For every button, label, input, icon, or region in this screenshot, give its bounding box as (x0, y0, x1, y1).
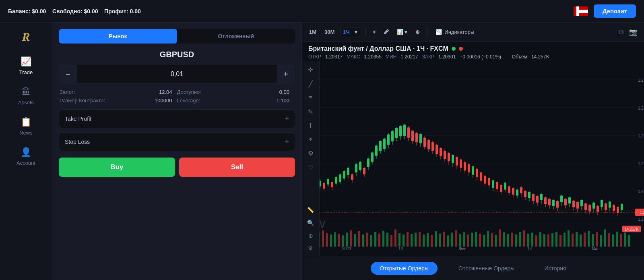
quantity-increase-button[interactable]: + (277, 65, 295, 83)
svg-rect-39 (398, 233, 400, 247)
svg-rect-240 (588, 205, 591, 212)
horizontal-line-tool[interactable]: ≡ (307, 93, 314, 103)
svg-rect-86 (588, 231, 590, 247)
tab-market[interactable]: Рынок (59, 29, 177, 44)
tf-30m-button[interactable]: 30М (322, 27, 337, 37)
tab-pending-orders[interactable]: Отложенные Ордеры (450, 262, 523, 275)
svg-text:1.25000: 1.25000 (638, 77, 644, 83)
svg-rect-33 (374, 232, 376, 247)
main-layout: R 📈 Trade 🏛 Assets 📋 News 👤 Account Рыно… (0, 23, 644, 280)
zoom-tool[interactable]: 🔍 (305, 218, 316, 228)
tf-expand-button[interactable]: ▾ (352, 27, 360, 37)
deposit-button[interactable]: Депозит (594, 4, 636, 18)
external-link-icon[interactable]: ⧉ (617, 27, 625, 38)
tf-1h-button[interactable]: 1Ч (341, 27, 352, 37)
available-row: Доступно: 0.00 (177, 89, 295, 95)
svg-rect-82 (572, 234, 574, 247)
svg-rect-79 (559, 235, 561, 247)
shape-tool[interactable]: ⌖ (307, 134, 314, 145)
svg-rect-108 (323, 183, 325, 189)
heart-tool[interactable]: ♡ (306, 162, 315, 173)
svg-rect-50 (443, 232, 445, 247)
svg-rect-54 (459, 234, 461, 247)
svg-rect-136 (379, 141, 382, 151)
indicators-button[interactable]: 📉 Индикаторы (432, 27, 477, 37)
svg-rect-150 (407, 127, 410, 137)
tf-1m-button[interactable]: 1М (307, 27, 319, 37)
svg-rect-244 (597, 206, 599, 212)
low-value: 1.20217 (400, 54, 418, 60)
svg-rect-74 (539, 232, 541, 247)
tab-history[interactable]: История (535, 262, 575, 275)
add-button[interactable]: ⊕ (413, 27, 422, 37)
svg-rect-204 (516, 190, 518, 196)
svg-rect-84 (580, 234, 582, 247)
quantity-decrease-button[interactable]: − (59, 65, 77, 83)
svg-rect-70 (523, 230, 525, 247)
sidebar-item-label-assets: Assets (18, 100, 34, 106)
chart-ohlc: ОТКР 1.20317 МАКС 1.20355 МИН 1.20217 ЗА… (308, 54, 638, 60)
svg-rect-63 (495, 235, 497, 247)
quantity-input[interactable] (77, 71, 277, 78)
svg-rect-116 (339, 174, 341, 182)
top-bar-right: Депозит (574, 4, 636, 18)
magnet-tool[interactable]: ⊕ (307, 231, 315, 241)
svg-rect-144 (395, 128, 398, 138)
language-flag-button[interactable] (574, 6, 588, 16)
svg-rect-31 (366, 233, 368, 247)
info-grid: Залог: 12.04 Доступно: 0.00 Размер Контр… (59, 89, 295, 104)
crosshair-tool[interactable]: ✛ (306, 64, 315, 75)
sidebar-item-account[interactable]: 👤 Account (0, 141, 52, 172)
sell-button[interactable]: Sell (179, 158, 295, 177)
svg-rect-77 (551, 233, 553, 247)
ohlc-change: −0.00016 (−0.01%) (460, 54, 501, 60)
svg-rect-69 (519, 232, 521, 247)
sidebar-item-trade[interactable]: 📈 Trade (0, 51, 52, 81)
svg-rect-24 (338, 234, 340, 247)
svg-rect-75 (543, 234, 545, 247)
stop-loss-row[interactable]: Stop Loss + (59, 132, 295, 151)
buy-button[interactable]: Buy (59, 158, 175, 177)
trend-line-tool[interactable]: ╱ (307, 79, 314, 89)
available-label: Доступно: (177, 89, 201, 95)
take-profit-plus-icon: + (285, 114, 289, 123)
chart-canvas[interactable]: 1.25000 1.24000 1.23000 1.22000 1.21000 … (302, 61, 644, 256)
svg-rect-36 (386, 233, 388, 247)
margin-label: Залог: (60, 89, 75, 95)
svg-rect-59 (479, 234, 481, 247)
crosshair-button[interactable]: ⌖ (370, 27, 378, 37)
svg-rect-210 (528, 192, 530, 198)
svg-rect-200 (508, 187, 510, 193)
svg-rect-208 (524, 191, 526, 197)
sidebar-item-news[interactable]: 📋 News (0, 111, 52, 141)
ruler-tool[interactable]: 📏 (305, 205, 316, 215)
drawing-button[interactable]: 🖉 (381, 27, 391, 37)
settings-tool[interactable]: ⚙ (307, 244, 314, 253)
account-icon: 👤 (21, 147, 31, 158)
svg-rect-23 (334, 232, 336, 247)
chart-type-group[interactable]: 📊 ▾ (394, 27, 410, 37)
svg-rect-45 (423, 234, 425, 247)
svg-rect-164 (436, 145, 438, 154)
svg-rect-124 (355, 164, 357, 172)
sidebar-item-assets[interactable]: 🏛 Assets (0, 81, 52, 111)
svg-rect-40 (402, 234, 405, 247)
tab-pending[interactable]: Отложенный (177, 29, 295, 44)
screenshot-icon[interactable]: 📷 (627, 26, 639, 38)
svg-rect-198 (504, 183, 506, 189)
svg-rect-52 (451, 233, 453, 247)
forecast-tool[interactable]: ⚙ (306, 148, 315, 159)
svg-rect-246 (601, 200, 603, 207)
margin-value: 12.04 (159, 89, 172, 95)
svg-rect-20 (322, 230, 324, 247)
text-tool[interactable]: T (307, 120, 314, 131)
high-label: МАКС (347, 54, 360, 60)
pen-tool[interactable]: ✎ (306, 106, 315, 117)
take-profit-label: Take Profit (65, 116, 91, 122)
tab-open-orders[interactable]: Открытые Ордеры (371, 262, 438, 275)
svg-rect-87 (592, 234, 594, 247)
svg-rect-128 (363, 168, 365, 174)
svg-rect-170 (448, 153, 450, 162)
svg-rect-41 (407, 232, 409, 247)
take-profit-row[interactable]: Take Profit + (59, 109, 295, 128)
